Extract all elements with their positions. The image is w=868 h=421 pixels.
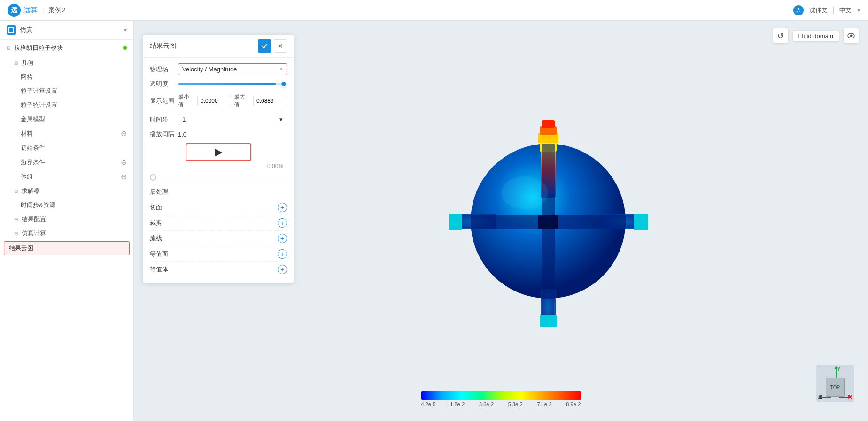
sidebar-item-result-cloud[interactable]: 结果云图 [4,241,130,255]
z-label: Z [818,394,822,400]
model-svg [431,94,666,329]
transparency-slider-thumb[interactable] [280,81,287,87]
transparency-slider-track [178,83,287,85]
interval-label: 播放间隔 [150,130,178,138]
timestep-row: 时间步 1 ▾ [150,114,287,125]
svg-rect-6 [449,214,462,230]
play-button[interactable]: ▶ [186,143,251,161]
sidebar-item-sim-calc[interactable]: ⊟ 仿真计算 [0,226,133,240]
sidebar-label-result-config: 结果配置 [22,215,46,223]
expand-icon-geometry: ⊞ [14,61,18,66]
expand-icon-result-config: ⊟ [14,217,18,222]
physics-control: Velocity / Magnitude ▾ [178,63,287,75]
z-line [822,397,831,398]
radio-button[interactable] [150,174,156,181]
sidebar-item-material[interactable]: 材料 ⊕ [0,126,133,141]
language-chevron[interactable]: ▾ [857,7,860,14]
physics-dropdown[interactable]: Velocity / Magnitude ▾ [178,63,287,75]
sidebar-collapse-icon[interactable]: ▾ [124,27,127,33]
radio-row [150,174,287,181]
sidebar-item-volume[interactable]: 体组 ⊕ [0,169,133,184]
svg-rect-0 [9,28,14,32]
main-layout: 仿真 ▾ ⊟ 拉格朗日粒子模块 ⊞ 几何 网格 粒子计算设置 粒子统计设置 金属… [0,21,868,421]
sidebar-item-boundary[interactable]: 边界条件 ⊕ [0,155,133,169]
user-avatar: 人 [793,5,804,15]
eye-button[interactable] [844,28,859,43]
sidebar-label-particle-calc: 粒子计算设置 [21,87,57,95]
sidebar-item-geometry[interactable]: ⊞ 几何 [0,56,133,70]
sidebar-label-mesh: 网格 [21,73,33,81]
model-viewport [294,49,802,374]
domain-label[interactable]: Fluid domain [793,31,839,41]
sidebar-item-timestep[interactable]: 时间步&资源 [0,198,133,212]
axis-indicator: Y X Z TOP [816,365,854,402]
topbar-right: 人 沈仲文 中文 ▾ [793,5,860,15]
sidebar-label-metal-model: 金属模型 [21,115,45,123]
panel-title: 结果云图 [150,42,176,50]
expand-icon-sim-calc: ⊟ [14,231,18,236]
sidebar-label-result-cloud: 结果云图 [9,244,33,253]
physics-chevron-icon: ▾ [280,66,283,72]
sidebar: 仿真 ▾ ⊟ 拉格朗日粒子模块 ⊞ 几何 网格 粒子计算设置 粒子统计设置 金属… [0,21,134,421]
sidebar-item-particle-stat[interactable]: 粒子统计设置 [0,98,133,112]
x-line [839,397,848,398]
physics-value: Velocity / Magnitude [182,66,237,73]
results-panel: 结果云图 ✕ 物理场 Velocity / Magnitude ▾ [143,35,294,283]
sidebar-label-lagrange: 拉格朗日粒子模块 [14,44,63,52]
close-button[interactable]: ✕ [274,39,287,53]
status-dot-lagrange [123,46,127,50]
sidebar-header: 仿真 ▾ [0,21,133,40]
interval-control: 1.0 [178,131,287,138]
sidebar-item-lagrange[interactable]: ⊟ 拉格朗日粒子模块 [0,40,133,56]
sidebar-label-timestep: 时间步&资源 [21,201,55,209]
progress-text: 0.00% [267,163,285,169]
post-item-label-streamline: 流线 [150,234,162,243]
transparency-row: 透明度 [150,80,287,88]
colorbar [421,391,581,400]
refresh-button[interactable]: ↺ [773,28,788,43]
panel-header-btns: ✕ [258,39,287,53]
colorbar-val-4: 7.1e-2 [537,401,552,407]
sidebar-label-solver: 求解器 [22,187,40,195]
post-item-label-cut: 切面 [150,203,162,212]
colorbar-val-0: 4.2e-5 [421,401,436,407]
add-cut-button[interactable]: + [278,203,287,212]
colorbar-wrap: 4.2e-5 1.8e-2 3.6e-2 5.3e-2 7.1e-2 8.9e-… [421,391,581,407]
axis-box: Y X Z TOP [816,365,854,402]
sidebar-item-particle-calc[interactable]: 粒子计算设置 [0,84,133,98]
sidebar-item-mesh[interactable]: 网格 [0,70,133,84]
sidebar-label-initial: 初始条件 [21,144,45,152]
add-material-icon[interactable]: ⊕ [121,129,127,138]
sidebar-item-result-config[interactable]: ⊟ 结果配置 [0,212,133,226]
timestep-select[interactable]: 1 ▾ [178,114,287,125]
add-clip-button[interactable]: + [278,218,287,228]
svg-rect-9 [634,214,648,230]
confirm-button[interactable] [258,39,271,53]
colorbar-val-2: 3.6e-2 [479,401,494,407]
sidebar-item-initial[interactable]: 初始条件 [0,141,133,155]
max-value-input[interactable] [253,96,287,106]
y-line [836,369,837,379]
sidebar-item-solver[interactable]: ⊟ 求解器 [0,184,133,198]
svg-point-21 [501,176,548,209]
topbar: 远 远算 | 案例2 人 沈仲文 中文 ▾ [0,0,868,21]
physics-label: 物理场 [150,65,178,74]
post-item-label-isosurface: 等值面 [150,250,168,258]
add-isosurface-button[interactable]: + [278,249,287,259]
svg-rect-12 [540,315,557,327]
sidebar-label-sim-calc: 仿真计算 [22,229,46,237]
min-value-input[interactable] [197,96,231,106]
timestep-control: 1 ▾ [178,114,287,125]
language-selector[interactable]: 中文 [839,6,852,15]
add-boundary-icon[interactable]: ⊕ [121,158,127,167]
sidebar-item-metal-model[interactable]: 金属模型 [0,112,133,126]
sim-icon [7,25,16,35]
sidebar-label-geometry: 几何 [22,59,34,67]
add-isovolume-button[interactable]: + [278,265,287,274]
sidebar-label-volume: 体组 [21,173,33,181]
post-item-streamline: 流线 + [150,231,287,246]
display-range-row: 显示范围 最小值 最大值 [150,93,287,109]
add-streamline-button[interactable]: + [278,234,287,243]
colorbar-labels: 4.2e-5 1.8e-2 3.6e-2 5.3e-2 7.1e-2 8.9e-… [421,401,581,407]
add-volume-icon[interactable]: ⊕ [121,172,127,181]
